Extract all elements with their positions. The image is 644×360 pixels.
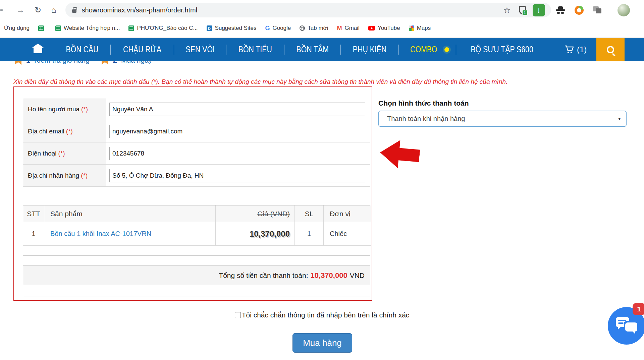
maps-icon	[409, 25, 414, 31]
combo-dot-icon	[444, 47, 449, 52]
field-label-name: Họ tên người mua(*)	[23, 98, 106, 120]
email-input[interactable]	[109, 125, 365, 138]
cell-qty: 1	[295, 222, 324, 246]
site-navbar: BỒN CẦU CHẬU RỬA SEN VÒI BỒN TIỂU BỒN TẮ…	[0, 38, 644, 61]
bookmark-suggested-sites[interactable]: b Suggested Sites	[207, 25, 257, 32]
col-header-unit: Đơn vị	[324, 205, 371, 222]
profile-avatar[interactable]	[618, 4, 630, 16]
bookmark-google[interactable]: G Google	[265, 25, 291, 32]
nav-item-phu-kien[interactable]: PHỤ KIỆN	[341, 45, 398, 54]
buy-button[interactable]: Mua hàng	[292, 333, 352, 353]
bookmark-maps[interactable]: Maps	[409, 25, 431, 32]
col-header-product: Sản phẩm	[44, 205, 216, 222]
chevron-down-icon: ▾	[618, 116, 621, 121]
cell-price: 10,370,000	[216, 222, 295, 246]
sheets-icon	[38, 25, 44, 31]
refresh-button[interactable]: ↻	[35, 6, 41, 14]
chat-unread-badge: 1	[633, 303, 644, 315]
adblock-extension-icon[interactable]	[575, 6, 584, 15]
shield-extension-icon[interactable]: 1	[519, 6, 526, 14]
confirm-row: Tôi chắc chắn thông tin đã nhập bên trên…	[0, 311, 644, 319]
search-button[interactable]	[596, 38, 625, 61]
address-bar[interactable]: showroominax.vn/san-pham/order.html ☆ 1 …	[65, 3, 551, 17]
form-instructions: Xin điền đầy đủ thông tin vào các mục đá…	[13, 78, 637, 85]
toolbar-divider	[610, 5, 610, 15]
cell-unit: Chiếc	[324, 222, 371, 246]
payment-method-heading: Chọn hình thức thanh toán	[378, 99, 469, 107]
bookmark-phuong-bao-cao[interactable]: PHƯƠNG_Báo cáo C...	[128, 25, 198, 32]
field-label-address: Địa chỉ nhận hàng(*)	[23, 165, 106, 187]
cart-button[interactable]: (1)	[564, 38, 587, 61]
bookmark-sheet-1[interactable]	[38, 25, 47, 31]
nav-item-bon-tieu[interactable]: BỒN TIỂU	[226, 45, 284, 54]
sheets-icon	[55, 25, 61, 31]
cart-icon	[564, 45, 575, 54]
col-header-qty: SL	[295, 205, 324, 222]
gmail-icon: M	[337, 25, 342, 32]
back-button-clipped[interactable]	[0, 9, 3, 11]
browser-toolbar: → ↻ ⌂ showroominax.vn/san-pham/order.htm…	[0, 0, 644, 20]
cart-items-table: STT Sản phẩm Giá (VND) SL Đơn vị 1 Bồn c…	[23, 205, 370, 256]
total-amount: 10,370,000	[311, 271, 347, 280]
field-label-email: Địa chỉ email(*)	[23, 120, 106, 142]
nav-item-chau-rua[interactable]: CHẬU RỬA	[111, 45, 174, 54]
shield-badge: 1	[522, 10, 528, 15]
product-link[interactable]: Bồn cầu 1 khối Inax AC-1017VRN	[50, 230, 151, 238]
incognito-extension-icon[interactable]	[556, 6, 565, 14]
bookmark-tab-moi[interactable]: Tab mới	[300, 25, 328, 32]
col-header-stt: STT	[23, 205, 44, 222]
bookmark-youtube[interactable]: YouTube	[368, 25, 400, 32]
nav-item-bon-cau[interactable]: BỒN CẦU	[54, 45, 110, 54]
payment-method-select[interactable]: Thanh toán khi nhận hàng ▾	[378, 111, 627, 127]
google-icon: G	[265, 25, 270, 32]
address-input[interactable]	[109, 169, 365, 182]
bing-icon: b	[207, 25, 212, 31]
col-header-price: Giá (VND)	[216, 205, 295, 222]
payment-selected-option: Thanh toán khi nhận hàng	[387, 115, 465, 123]
bookmarks-bar: Ứng dụng Website Tổng hợp n... PHƯƠNG_Bá…	[0, 20, 644, 36]
buyer-name-input[interactable]	[109, 103, 365, 116]
youtube-icon	[368, 26, 375, 31]
buyer-info-form: Họ tên người mua(*) Địa chỉ email(*) Điệ…	[23, 98, 370, 198]
nav-item-bon-tam[interactable]: BỒN TẮM	[284, 45, 340, 54]
total-label: Tổng số tiền cần thanh toán:	[219, 272, 308, 280]
sheets-icon	[128, 25, 134, 31]
chat-bubble-icon	[625, 322, 637, 332]
download-extension-icon[interactable]: ↓	[533, 4, 545, 16]
lock-icon	[72, 9, 76, 13]
phone-input[interactable]	[109, 147, 365, 160]
nav-item-bo-suu-tap-s600[interactable]: BỘ SƯU TẬP S600	[456, 45, 548, 54]
home-button[interactable]: ⌂	[51, 6, 56, 14]
confirm-label: Tôi chắc chắn thông tin đã nhập bên trên…	[242, 311, 410, 319]
red-arrow-annotation	[379, 138, 421, 170]
photos-extension-icon[interactable]	[593, 6, 602, 14]
globe-icon	[300, 25, 305, 31]
order-form-box: Họ tên người mua(*) Địa chỉ email(*) Điệ…	[13, 86, 372, 301]
total-currency: VND	[350, 272, 365, 280]
bookmark-star-icon[interactable]: ☆	[503, 5, 511, 15]
nav-home-link[interactable]	[24, 43, 54, 56]
confirm-checkbox[interactable]	[235, 312, 241, 318]
nav-item-combo[interactable]: COMBO	[399, 45, 442, 54]
bookmark-gmail[interactable]: M Gmail	[337, 25, 359, 32]
url-text[interactable]: showroominax.vn/san-pham/order.html	[82, 6, 499, 14]
home-icon	[34, 48, 42, 53]
cell-stt: 1	[23, 222, 44, 246]
bookmark-website-tong-hop[interactable]: Website Tổng hợp n...	[55, 25, 120, 32]
bookmark-apps[interactable]: Ứng dụng	[4, 25, 30, 32]
cart-count: (1)	[577, 45, 587, 54]
forward-button[interactable]: →	[16, 6, 24, 14]
nav-item-sen-voi[interactable]: SEN VÒI	[174, 45, 226, 54]
search-icon	[607, 46, 614, 53]
order-total-box: Tổng số tiền cần thanh toán: 10,370,000 …	[23, 265, 370, 297]
field-label-phone: Điện thoại(*)	[23, 142, 106, 165]
cell-product: Bồn cầu 1 khối Inax AC-1017VRN	[44, 222, 216, 246]
